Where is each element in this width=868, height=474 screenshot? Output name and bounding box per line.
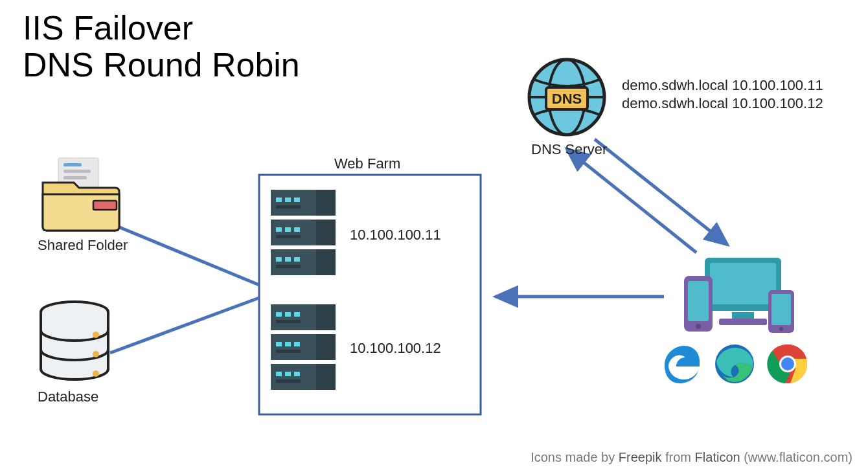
svg-rect-32 [294, 312, 300, 317]
dns-server-label: DNS Server [531, 141, 607, 158]
edge-legacy-icon [661, 343, 702, 387]
svg-rect-44 [294, 372, 300, 376]
database-label: Database [38, 389, 98, 405]
server-1-icon [271, 190, 341, 282]
svg-rect-26 [294, 257, 300, 262]
dns-record-2: demo.sdwh.local 10.100.100.12 [622, 95, 823, 113]
svg-rect-30 [276, 312, 282, 317]
shared-folder-icon [39, 154, 123, 234]
svg-rect-4 [63, 176, 87, 179]
svg-rect-34 [271, 334, 316, 360]
svg-rect-33 [276, 320, 301, 323]
svg-rect-17 [316, 220, 336, 245]
svg-point-7 [93, 332, 99, 338]
attribution-suffix: (www.flaticon.com) [740, 450, 852, 464]
svg-rect-14 [294, 198, 300, 202]
svg-rect-22 [271, 249, 316, 275]
shared-folder-label: Shared Folder [38, 237, 128, 254]
svg-rect-11 [316, 190, 336, 216]
svg-point-9 [93, 370, 99, 377]
svg-rect-42 [276, 372, 282, 376]
svg-rect-5 [93, 201, 117, 210]
dns-records: demo.sdwh.local 10.100.100.11 demo.sdwh.… [622, 76, 823, 112]
svg-rect-24 [276, 257, 282, 262]
dns-record-1: demo.sdwh.local 10.100.100.11 [622, 76, 823, 95]
svg-rect-40 [271, 364, 316, 390]
attribution: Icons made by Freepik from Flaticon (www… [531, 450, 852, 465]
svg-rect-2 [63, 163, 82, 166]
client-devices-icon [674, 253, 797, 339]
arrow-client-to-dns [567, 149, 696, 253]
svg-rect-29 [316, 304, 336, 330]
svg-rect-12 [276, 198, 282, 202]
server-1-ip: 10.100.100.11 [350, 227, 441, 243]
connector-folder-to-farm [110, 223, 259, 285]
attribution-prefix: Icons made by [531, 450, 619, 464]
svg-rect-59 [771, 294, 791, 325]
svg-rect-43 [285, 372, 291, 376]
svg-point-64 [781, 357, 794, 370]
svg-rect-38 [294, 342, 300, 346]
diagram-title: IIS Failover DNS Round Robin [23, 10, 300, 84]
arrow-dns-to-client [595, 139, 727, 245]
server-2-icon [271, 304, 341, 396]
edge-chromium-icon [714, 343, 755, 387]
svg-rect-3 [63, 170, 91, 173]
svg-rect-37 [285, 342, 291, 346]
svg-rect-31 [285, 312, 291, 317]
svg-rect-20 [294, 227, 300, 232]
svg-rect-54 [719, 319, 767, 325]
svg-rect-53 [732, 312, 754, 319]
svg-rect-41 [316, 364, 336, 390]
svg-rect-36 [276, 342, 282, 346]
svg-rect-28 [271, 304, 316, 330]
database-icon [36, 299, 113, 386]
browser-icons-row [661, 343, 808, 387]
svg-rect-16 [271, 220, 316, 245]
svg-rect-39 [276, 350, 301, 353]
svg-rect-25 [285, 257, 291, 262]
dns-server-icon: DNS [525, 55, 609, 142]
svg-rect-15 [276, 205, 301, 209]
svg-rect-21 [276, 235, 301, 238]
svg-rect-27 [276, 265, 301, 268]
svg-text:DNS: DNS [552, 91, 582, 107]
svg-rect-18 [276, 227, 282, 232]
webfarm-label: Web Farm [334, 155, 400, 172]
svg-rect-56 [688, 281, 709, 321]
server-2-ip: 10.100.100.12 [350, 340, 441, 357]
svg-point-60 [779, 327, 783, 331]
svg-point-57 [696, 324, 701, 329]
chrome-icon [767, 343, 808, 387]
title-line-1: IIS Failover [23, 9, 193, 47]
svg-rect-45 [276, 379, 301, 383]
title-line-2: DNS Round Robin [23, 46, 300, 84]
svg-point-8 [93, 351, 99, 357]
svg-rect-13 [285, 198, 291, 202]
connector-db-to-farm [110, 298, 259, 353]
attribution-mid: from [661, 450, 694, 464]
svg-rect-35 [316, 334, 336, 360]
svg-rect-19 [285, 227, 291, 232]
attribution-source: Flaticon [695, 450, 740, 464]
attribution-author: Freepik [619, 450, 662, 464]
svg-rect-52 [710, 263, 776, 304]
svg-rect-23 [316, 249, 336, 275]
svg-rect-10 [271, 190, 316, 216]
